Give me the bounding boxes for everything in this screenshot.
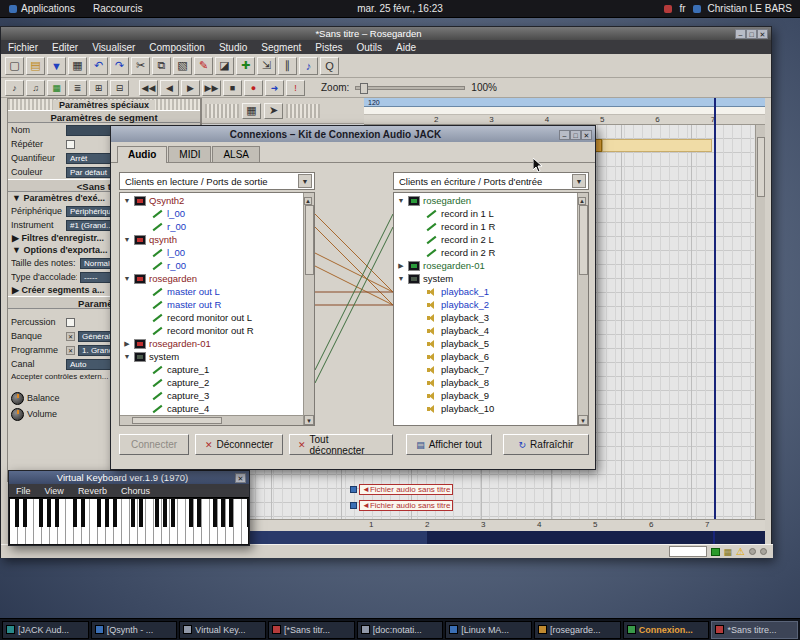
taskbar-item[interactable]: *Sans titre... bbox=[711, 621, 798, 639]
list-horizontal-scrollbar[interactable] bbox=[120, 415, 303, 425]
expander-icon[interactable]: ▼ bbox=[123, 275, 131, 282]
tab-midi[interactable]: MIDI bbox=[168, 146, 211, 162]
disconnect-all-button[interactable]: ✕Tout déconnecter bbox=[289, 434, 393, 455]
taskbar-item[interactable]: [JACK Aud... bbox=[2, 621, 89, 639]
chord-ruler[interactable] bbox=[364, 107, 765, 115]
notification-icon[interactable] bbox=[664, 5, 672, 13]
port-tree-row[interactable]: playback_5 bbox=[394, 337, 577, 350]
toolbar-icon[interactable]: ▼ bbox=[47, 57, 66, 75]
expander-icon[interactable]: ▶ bbox=[123, 340, 131, 348]
port-tree-row[interactable]: record in 2 R bbox=[394, 246, 577, 259]
port-tree-row[interactable]: l_00 bbox=[120, 207, 303, 220]
scrollbar-thumb[interactable] bbox=[579, 205, 588, 275]
port-tree-row[interactable]: record in 1 L bbox=[394, 207, 577, 220]
shortcuts-menu[interactable]: Raccourcis bbox=[84, 0, 151, 17]
toolbar-icon[interactable]: ▤ bbox=[26, 57, 45, 75]
toolbar-icon[interactable]: ⊞ bbox=[89, 80, 108, 96]
port-tree-row[interactable]: r_00 bbox=[120, 259, 303, 272]
window-control-button[interactable]: □ bbox=[570, 130, 581, 140]
menu-item[interactable]: View bbox=[38, 486, 71, 496]
scroll-up-icon[interactable]: ▲ bbox=[578, 197, 586, 205]
scroll-up-icon[interactable]: ▲ bbox=[304, 197, 312, 205]
toolbar-icon[interactable]: ↶ bbox=[89, 57, 108, 75]
volume-knob[interactable] bbox=[11, 408, 24, 421]
expander-icon[interactable]: ▼ bbox=[123, 197, 131, 204]
toolbar-icon[interactable]: ∥ bbox=[278, 57, 297, 75]
port-tree-row[interactable]: capture_4 bbox=[120, 402, 303, 415]
expander-icon[interactable]: ▼ bbox=[123, 236, 131, 243]
user-menu[interactable]: Christian LE BARS bbox=[708, 3, 792, 14]
zoom-slider[interactable] bbox=[355, 86, 465, 90]
port-tree-row[interactable]: record monitor out R bbox=[120, 324, 303, 337]
volume-icon[interactable] bbox=[693, 5, 701, 13]
expander-icon[interactable]: ▶ bbox=[397, 262, 405, 270]
scrollbar-thumb[interactable] bbox=[132, 417, 222, 424]
input-ports-list[interactable]: ▼rosegardenrecord in 1 Lrecord in 1 Rrec… bbox=[393, 192, 589, 426]
taskbar-item[interactable]: [doc:notati... bbox=[357, 621, 444, 639]
close-icon[interactable]: ✕ bbox=[235, 473, 246, 483]
toolbar-icon[interactable]: ⊟ bbox=[110, 80, 129, 96]
taskbar-item[interactable]: Connexion... bbox=[623, 621, 710, 639]
taskbar-item[interactable]: [*Sans titr... bbox=[268, 621, 355, 639]
expander-icon[interactable]: ▼ bbox=[397, 197, 405, 204]
toolbar-drag-handle[interactable] bbox=[205, 104, 239, 118]
toolbar-icon[interactable]: ♫ bbox=[26, 80, 45, 96]
port-tree-row[interactable]: playback_8 bbox=[394, 376, 577, 389]
window-control-button[interactable]: – bbox=[559, 130, 570, 140]
percussion-checkbox[interactable] bbox=[66, 318, 75, 327]
port-tree-row[interactable]: playback_1 bbox=[394, 285, 577, 298]
transport-button[interactable]: ▶▶ bbox=[202, 80, 221, 96]
transport-button[interactable]: ● bbox=[244, 80, 263, 96]
toolbar-drag-handle[interactable] bbox=[286, 104, 320, 118]
rosegarden-titlebar[interactable]: *Sans titre – Rosegarden –□✕ bbox=[1, 27, 771, 40]
port-tree-row[interactable]: ▼qsynth bbox=[120, 233, 303, 246]
refresh-button[interactable]: ↻Rafraîchir bbox=[503, 434, 589, 455]
clock[interactable]: mar. 25 févr., 16:23 bbox=[357, 3, 443, 14]
port-tree-row[interactable]: master out R bbox=[120, 298, 303, 311]
port-tree-row[interactable]: capture_2 bbox=[120, 376, 303, 389]
toolbar-icon[interactable]: ✂ bbox=[131, 57, 150, 75]
transport-button[interactable]: ■ bbox=[223, 80, 242, 96]
segment-extension[interactable] bbox=[602, 139, 712, 152]
vkeybd-titlebar[interactable]: Virtual Keyboard ver.1.9 (1970) ✕ bbox=[9, 471, 249, 484]
audio-segment-label[interactable]: ◄Fichier audio sans titre bbox=[350, 500, 453, 511]
menu-item[interactable]: Reverb bbox=[71, 486, 114, 496]
taskbar-item[interactable]: [Linux MA... bbox=[445, 621, 532, 639]
piano-keyboard[interactable] bbox=[9, 497, 249, 545]
program-toggle[interactable]: ✕ bbox=[66, 346, 75, 355]
tempo-ruler[interactable]: 120 bbox=[364, 98, 765, 107]
port-tree-row[interactable]: playback_7 bbox=[394, 363, 577, 376]
port-tree-row[interactable]: playback_6 bbox=[394, 350, 577, 363]
toolbar-icon[interactable]: ♪ bbox=[5, 80, 24, 96]
toolbar-icon[interactable]: Q bbox=[320, 57, 339, 75]
output-clients-combo[interactable]: Clients en lecture / Ports de sortie▼ bbox=[119, 172, 315, 190]
expander-icon[interactable]: ▼ bbox=[123, 353, 131, 360]
port-tree-row[interactable]: record monitor out L bbox=[120, 311, 303, 324]
port-tree-row[interactable]: playback_2 bbox=[394, 298, 577, 311]
list-vertical-scrollbar[interactable]: ▲▼ bbox=[303, 193, 314, 425]
scroll-down-icon[interactable]: ▼ bbox=[578, 415, 588, 425]
menu-item[interactable]: Pistes bbox=[308, 42, 349, 53]
taskbar-item[interactable]: [Qsynth - ... bbox=[91, 621, 178, 639]
port-tree-row[interactable]: ▶rosegarden-01 bbox=[394, 259, 577, 272]
tab-audio[interactable]: Audio bbox=[117, 146, 167, 163]
input-clients-combo[interactable]: Clients en écriture / Ports d'entrée▼ bbox=[393, 172, 589, 190]
show-all-button[interactable]: ▤Afficher tout bbox=[406, 434, 492, 455]
transport-button[interactable]: ▶ bbox=[181, 80, 200, 96]
port-tree-row[interactable]: record in 1 R bbox=[394, 220, 577, 233]
port-tree-row[interactable]: ▼Qsynth2 bbox=[120, 194, 303, 207]
port-tree-row[interactable]: playback_4 bbox=[394, 324, 577, 337]
toolbar-icon[interactable]: ♪ bbox=[299, 57, 318, 75]
arrow-tool-icon[interactable]: ➤ bbox=[264, 103, 283, 119]
keyboard-layout-indicator[interactable]: fr bbox=[679, 3, 685, 14]
menu-item[interactable]: Chorus bbox=[114, 486, 157, 496]
port-tree-row[interactable]: ▼system bbox=[394, 272, 577, 285]
toolbar-icon[interactable]: ≣ bbox=[68, 80, 87, 96]
scrollbar-thumb[interactable] bbox=[305, 205, 314, 275]
dialog-titlebar[interactable]: Connexions – Kit de Connexion Audio JACK… bbox=[111, 126, 595, 142]
black-keys[interactable] bbox=[10, 499, 248, 527]
port-tree-row[interactable]: playback_10 bbox=[394, 402, 577, 415]
taskbar-item[interactable]: [rosegarde... bbox=[534, 621, 621, 639]
port-tree-row[interactable]: playback_9 bbox=[394, 389, 577, 402]
applications-menu[interactable]: Applications bbox=[0, 0, 84, 17]
